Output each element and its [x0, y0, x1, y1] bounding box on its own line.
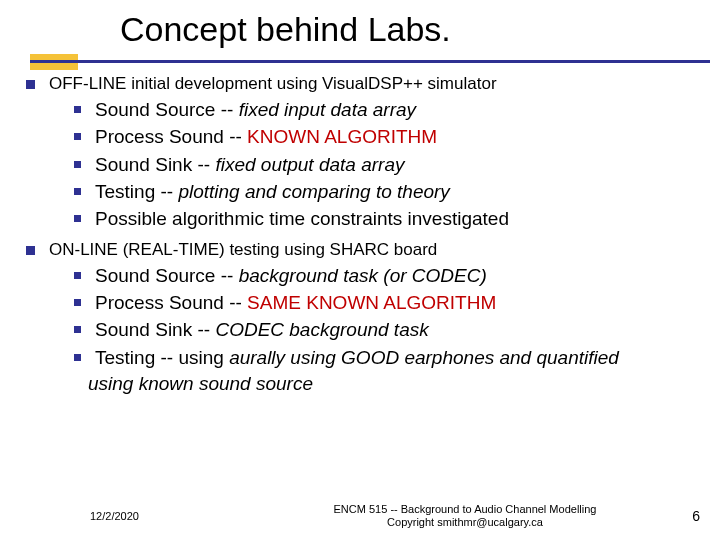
bullet-icon: [74, 133, 81, 140]
list-item: Sound Source -- fixed input data array: [74, 98, 702, 122]
item-text: Sound Source -- background task (or CODE…: [95, 264, 702, 288]
bullet-icon: [74, 326, 81, 333]
section-heading-1: OFF-LINE initial development using Visua…: [26, 74, 702, 94]
tail: SAME KNOWN ALGORITHM: [247, 292, 496, 313]
lead: Testing --: [95, 181, 178, 202]
heading-text: OFF-LINE initial development using Visua…: [49, 74, 702, 94]
slide: Concept behind Labs. OFF-LINE initial de…: [0, 0, 720, 540]
lead: Sound Source --: [95, 99, 239, 120]
bullet-icon: [74, 215, 81, 222]
list-item: Sound Sink -- fixed output data array: [74, 153, 702, 177]
bullet-icon: [74, 299, 81, 306]
lead: Testing -- using: [95, 347, 229, 368]
list-item: Testing -- using aurally using GOOD earp…: [74, 346, 702, 370]
tail: fixed input data array: [239, 99, 416, 120]
bullet-icon: [26, 80, 35, 89]
tail: plotting and comparing to theory: [178, 181, 449, 202]
content: OFF-LINE initial development using Visua…: [26, 72, 702, 402]
slide-title: Concept behind Labs.: [120, 10, 720, 49]
footer-line1: ENCM 515 -- Background to Audio Channel …: [334, 503, 597, 515]
list-item: Process Sound -- SAME KNOWN ALGORITHM: [74, 291, 702, 315]
item-text: Sound Sink -- fixed output data array: [95, 153, 702, 177]
trailing-line: using known sound source: [88, 373, 702, 396]
item-text: Sound Source -- fixed input data array: [95, 98, 702, 122]
lead: Sound Sink --: [95, 319, 215, 340]
item-text: Possible algorithmic time constraints in…: [95, 207, 702, 231]
list-item: Sound Sink -- CODEC background task: [74, 318, 702, 342]
tail: fixed output data array: [215, 154, 404, 175]
title-rule: [30, 60, 710, 63]
item-text: Testing -- using aurally using GOOD earp…: [95, 346, 702, 370]
bullet-icon: [74, 188, 81, 195]
lead: Sound Source --: [95, 265, 239, 286]
page-number: 6: [640, 508, 720, 524]
footer-date: 12/2/2020: [0, 510, 290, 522]
bullet-icon: [74, 354, 81, 361]
list-item: Testing -- plotting and comparing to the…: [74, 180, 702, 204]
list-item: Possible algorithmic time constraints in…: [74, 207, 702, 231]
title-area: Concept behind Labs.: [0, 0, 720, 57]
item-text: Sound Sink -- CODEC background task: [95, 318, 702, 342]
lead: Process Sound --: [95, 126, 247, 147]
item-text: Process Sound -- SAME KNOWN ALGORITHM: [95, 291, 702, 315]
lead: Process Sound --: [95, 292, 247, 313]
tail: KNOWN ALGORITHM: [247, 126, 437, 147]
list-item: Sound Source -- background task (or CODE…: [74, 264, 702, 288]
footer: 12/2/2020 ENCM 515 -- Background to Audi…: [0, 503, 720, 531]
footer-line2: Copyright smithmr@ucalgary.ca: [387, 516, 543, 528]
bullet-icon: [74, 161, 81, 168]
footer-center: ENCM 515 -- Background to Audio Channel …: [290, 503, 640, 531]
lead: Sound Sink --: [95, 154, 215, 175]
heading-text: ON-LINE (REAL-TIME) testing using SHARC …: [49, 240, 702, 260]
tail: background task (or CODEC): [239, 265, 487, 286]
tail: aurally using GOOD earphones and quantif…: [229, 347, 619, 368]
bullet-icon: [74, 106, 81, 113]
list-item: Process Sound -- KNOWN ALGORITHM: [74, 125, 702, 149]
item-text: Process Sound -- KNOWN ALGORITHM: [95, 125, 702, 149]
item-text: Testing -- plotting and comparing to the…: [95, 180, 702, 204]
tail: CODEC background task: [215, 319, 428, 340]
bullet-icon: [26, 246, 35, 255]
bullet-icon: [74, 272, 81, 279]
section-heading-2: ON-LINE (REAL-TIME) testing using SHARC …: [26, 240, 702, 260]
